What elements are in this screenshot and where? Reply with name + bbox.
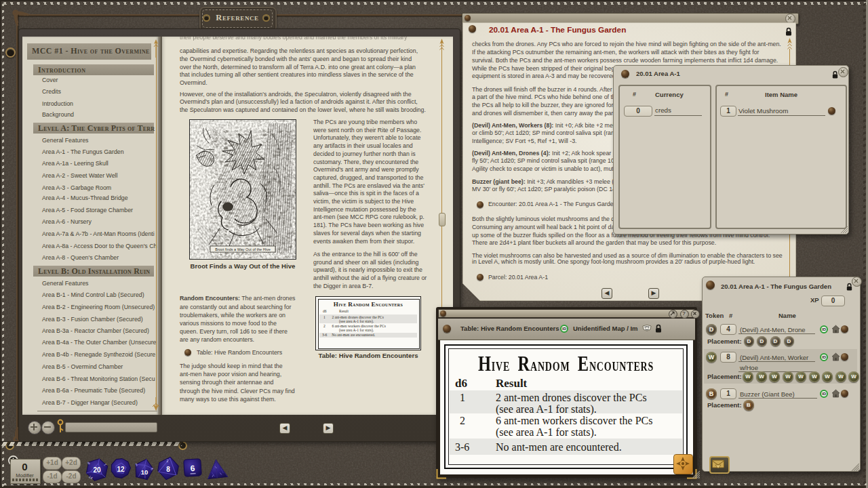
svg-text:10: 10 [141, 468, 149, 476]
svg-text:8: 8 [166, 466, 170, 473]
svg-text:2: 2 [167, 459, 169, 463]
svg-text:20: 20 [93, 466, 101, 474]
svg-text:Broot finds a Way Out of the H: Broot finds a Way Out of the Hive [215, 247, 270, 251]
svg-text:12: 12 [117, 466, 125, 473]
svg-text:6: 6 [190, 464, 195, 473]
